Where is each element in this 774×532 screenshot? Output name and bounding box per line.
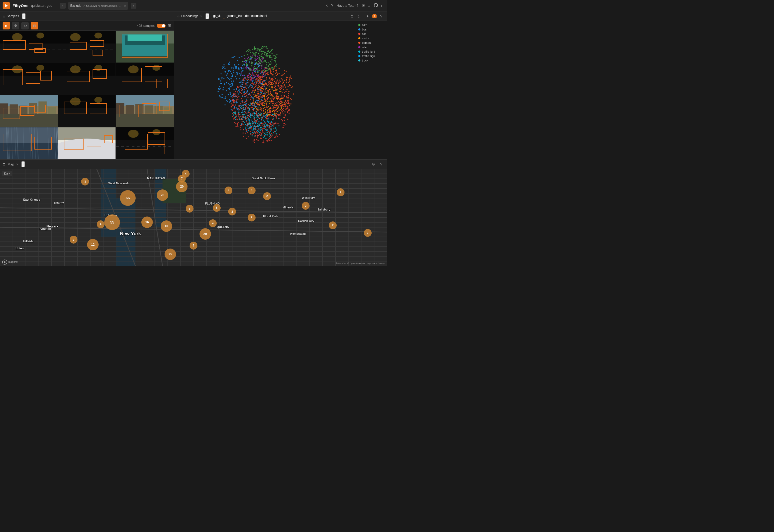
map-help-btn[interactable]: ?	[378, 161, 384, 167]
grid-cell-12[interactable]	[116, 127, 174, 159]
help-embed-btn[interactable]: ?	[378, 13, 384, 19]
svg-point-981	[239, 105, 240, 106]
map-cluster-2[interactable]: 2	[329, 221, 337, 229]
svg-point-1142	[259, 101, 260, 102]
map-cluster-4[interactable]: 4	[182, 170, 189, 178]
map-cluster-2[interactable]: 2	[302, 202, 310, 210]
map-style-btn[interactable]: Dark	[2, 171, 12, 176]
map-cluster-10[interactable]: 10	[161, 220, 172, 232]
grid-cell-2[interactable]	[58, 31, 116, 63]
color-btn[interactable]: ✦	[365, 13, 371, 19]
svg-point-1065	[242, 65, 243, 66]
map-locate-btn[interactable]: ⊙	[370, 161, 377, 167]
svg-point-1769	[267, 53, 268, 54]
map-cluster-20[interactable]: 20	[200, 228, 211, 240]
filter-close-btn[interactable]: ×	[124, 4, 126, 7]
svg-point-344	[232, 96, 233, 97]
svg-point-729	[254, 82, 255, 83]
lasso-tool-btn[interactable]: ⊙	[349, 13, 355, 19]
map-cluster-6[interactable]: 6	[186, 205, 193, 213]
svg-point-1610	[231, 81, 232, 82]
grid-cell-3[interactable]	[116, 31, 174, 63]
svg-point-1619	[238, 109, 240, 110]
map-cluster-28[interactable]: 28	[157, 189, 168, 201]
svg-point-1474	[270, 108, 271, 109]
github-btn[interactable]	[374, 3, 378, 8]
grid-cell-5[interactable]	[58, 63, 116, 95]
grid-cell-1[interactable]	[0, 31, 58, 63]
notifications-btn[interactable]: ⊏	[381, 3, 384, 8]
grid-cell-6[interactable]	[116, 63, 174, 95]
samples-tab[interactable]: ⊞ Samples	[3, 14, 19, 18]
map-cluster-3[interactable]: 3	[81, 178, 89, 185]
embeddings-close-btn[interactable]: ×	[201, 14, 203, 18]
map-cluster-5[interactable]: 5	[248, 187, 256, 194]
svg-point-1526	[262, 57, 263, 58]
map-close-btn[interactable]: ×	[16, 162, 18, 166]
svg-point-1302	[286, 97, 287, 98]
svg-point-1540	[257, 97, 258, 98]
grid-view-btn[interactable]: ⊞	[168, 23, 171, 28]
grid-cell-10[interactable]	[0, 127, 58, 159]
map-cluster-2[interactable]: 2	[263, 192, 271, 200]
svg-point-401	[239, 117, 240, 119]
embeddings-add-btn[interactable]: +	[206, 13, 209, 19]
svg-point-636	[277, 136, 278, 137]
map-cluster-8[interactable]: 8	[189, 242, 198, 250]
svg-point-479	[258, 89, 259, 90]
map-cluster-2[interactable]: 2	[248, 214, 256, 221]
map-cluster-66[interactable]: 66	[120, 190, 135, 206]
svg-point-604	[265, 73, 266, 75]
tag-btn[interactable]: 🏷	[21, 22, 29, 29]
rect-select-btn[interactable]: ⬚	[357, 13, 363, 19]
svg-point-284	[252, 72, 253, 73]
map-add-panel-btn[interactable]: +	[21, 161, 25, 167]
grid-cell-7[interactable]	[0, 95, 58, 127]
samples-add-panel-btn[interactable]: +	[22, 13, 26, 19]
select-btn[interactable]: ⊡	[31, 22, 38, 29]
svg-point-1778	[230, 86, 231, 87]
map-cluster-5[interactable]: 5	[213, 204, 221, 212]
map-cluster-2[interactable]: 2	[228, 208, 236, 215]
svg-point-1559	[233, 104, 234, 106]
map-cluster-2[interactable]: 2	[70, 236, 77, 244]
grid-cell-8[interactable]	[58, 95, 116, 127]
help-icon-btn[interactable]: ?	[331, 3, 334, 8]
svg-point-833	[241, 71, 242, 72]
tab-label[interactable]: ground_truth.detections.label	[225, 13, 269, 19]
map-cluster-12[interactable]: 12	[87, 239, 98, 250]
svg-point-671	[258, 140, 259, 141]
map-cluster-2[interactable]: 2	[337, 188, 345, 196]
svg-point-1684	[280, 81, 281, 82]
theme-toggle-btn[interactable]: ☀	[361, 3, 365, 8]
svg-point-703	[264, 54, 265, 55]
map-cluster-16[interactable]: 16	[141, 216, 153, 228]
tab-next-btn[interactable]: ›	[131, 3, 136, 9]
map-background[interactable]: Dark mapbox © Mapbox © OpenStreetMap Imp…	[0, 169, 387, 266]
svg-point-1187	[246, 67, 247, 68]
grid-cell-4[interactable]	[0, 63, 58, 95]
toggle-switch[interactable]	[157, 24, 165, 28]
svg-point-257	[259, 59, 260, 60]
close-icon-btn[interactable]: ×	[326, 3, 328, 8]
scatter-plot[interactable]	[174, 21, 356, 159]
svg-point-1247	[287, 111, 289, 112]
map-cluster-25[interactable]: 25	[164, 249, 176, 260]
map-cluster-5[interactable]: 5	[225, 187, 232, 194]
settings-btn[interactable]: ⚙	[12, 22, 19, 29]
map-cluster-2[interactable]: 2	[364, 229, 372, 237]
svg-point-190	[244, 94, 245, 95]
map-cluster-4[interactable]: 4	[209, 219, 217, 227]
team-link[interactable]: Have a Team?	[337, 4, 359, 8]
svg-point-1733	[275, 56, 276, 57]
grid-layout-btn[interactable]: #	[368, 3, 371, 8]
map-cluster-4[interactable]: 4	[97, 220, 104, 228]
run-btn[interactable]: ▶	[3, 22, 10, 29]
svg-point-700	[225, 98, 226, 99]
grid-cell-11[interactable]	[58, 127, 116, 159]
tab-prev-btn[interactable]: ‹	[60, 3, 66, 9]
grid-cell-9[interactable]	[116, 95, 174, 127]
map-cluster-55[interactable]: 55	[104, 214, 120, 230]
svg-point-751	[272, 111, 273, 112]
tab-gt-viz[interactable]: gt_viz	[211, 13, 223, 19]
